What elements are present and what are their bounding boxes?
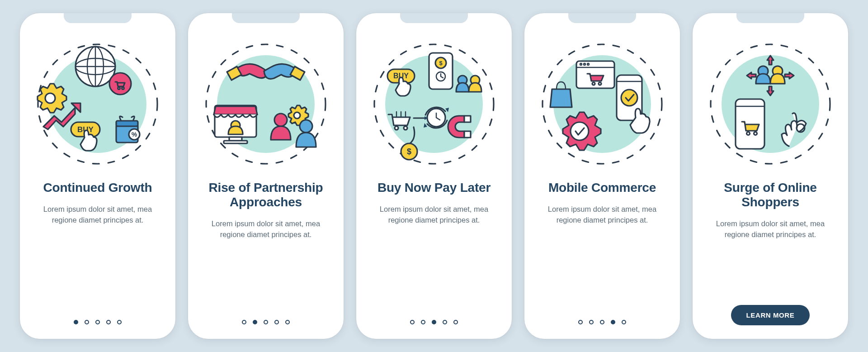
page-dot[interactable] — [106, 320, 111, 324]
page-dot[interactable] — [274, 320, 279, 324]
phone-notch — [400, 13, 468, 23]
svg-point-23 — [274, 114, 287, 126]
svg-point-24 — [294, 112, 300, 119]
onboarding-card-1: BUY % Continued Growth Lorem ipsum dolor… — [20, 13, 175, 339]
onboarding-slide-row: BUY % Continued Growth Lorem ipsum dolor… — [2, 13, 866, 339]
slide-title: Rise of Partnership Approaches — [203, 181, 329, 209]
onboarding-card-4: Mobile Commerce Lorem ipsum dolor sit am… — [524, 13, 680, 339]
page-dot[interactable] — [410, 320, 415, 324]
page-dot[interactable] — [74, 320, 78, 324]
phone-notch — [232, 13, 300, 23]
online-shoppers-surge-illustration-icon — [705, 38, 836, 170]
slide-title: Buy Now Pay Later — [377, 181, 491, 195]
svg-point-36 — [395, 126, 398, 130]
svg-point-66 — [754, 132, 757, 135]
page-dot[interactable] — [453, 320, 458, 324]
page-dot[interactable] — [264, 320, 268, 324]
slide-body: Lorem ipsum dolor sit amet, mea regione … — [39, 204, 156, 226]
slide-body: Lorem ipsum dolor sit amet, mea regione … — [712, 219, 829, 240]
phone-notch — [736, 13, 804, 23]
onboarding-card-5: Surge of Online Shoppers Lorem ipsum dol… — [693, 13, 848, 339]
svg-rect-14 — [116, 121, 138, 126]
svg-rect-21 — [224, 141, 247, 143]
page-dot[interactable] — [432, 320, 436, 324]
continued-growth-illustration-icon: BUY % — [32, 38, 163, 170]
phone-notch — [64, 13, 132, 23]
svg-text:%: % — [132, 131, 137, 138]
slide-body: Lorem ipsum dolor sit amet, mea regione … — [207, 219, 325, 240]
slide-title: Mobile Commerce — [548, 181, 656, 195]
page-dot[interactable] — [589, 320, 594, 324]
svg-rect-44 — [464, 116, 471, 122]
phone-notch — [568, 13, 636, 23]
page-indicator — [410, 320, 458, 325]
page-dot[interactable] — [622, 320, 626, 324]
svg-point-58 — [571, 122, 589, 140]
buy-now-pay-later-illustration-icon: $ BUY — [368, 38, 500, 170]
page-dot[interactable] — [117, 320, 122, 324]
partnership-approaches-illustration-icon — [200, 38, 331, 170]
learn-more-button[interactable]: LEARN MORE — [731, 305, 810, 325]
slide-title: Surge of Online Shoppers — [707, 181, 834, 209]
mobile-commerce-illustration-icon — [537, 38, 668, 170]
page-dot[interactable] — [443, 320, 447, 324]
onboarding-card-2: Rise of Partnership Approaches Lorem ips… — [188, 13, 344, 339]
svg-point-57 — [621, 90, 637, 106]
page-dot[interactable] — [611, 320, 615, 324]
page-indicator — [74, 320, 122, 325]
onboarding-card-3: $ BUY — [356, 13, 512, 339]
page-dot[interactable] — [285, 320, 290, 324]
page-dot[interactable] — [85, 320, 89, 324]
svg-point-53 — [592, 82, 595, 85]
page-dot[interactable] — [578, 320, 583, 324]
svg-text:$: $ — [439, 60, 443, 67]
svg-point-65 — [747, 132, 750, 135]
slide-title: Continued Growth — [43, 181, 152, 195]
slide-body: Lorem ipsum dolor sit amet, mea regione … — [543, 204, 661, 226]
page-indicator — [242, 320, 290, 325]
svg-point-10 — [45, 93, 55, 103]
slide-body: Lorem ipsum dolor sit amet, mea regione … — [375, 204, 493, 226]
svg-point-8 — [118, 87, 120, 90]
svg-point-9 — [122, 87, 124, 90]
page-dot[interactable] — [253, 320, 257, 324]
page-indicator — [578, 320, 626, 325]
svg-text:$: $ — [407, 147, 411, 156]
page-dot[interactable] — [421, 320, 425, 324]
svg-point-25 — [300, 120, 312, 133]
page-dot[interactable] — [242, 320, 246, 324]
page-dot[interactable] — [95, 320, 100, 324]
page-dot[interactable] — [600, 320, 604, 324]
svg-point-7 — [109, 73, 131, 95]
svg-point-37 — [404, 126, 407, 130]
svg-point-54 — [599, 82, 601, 85]
svg-rect-45 — [464, 131, 471, 138]
